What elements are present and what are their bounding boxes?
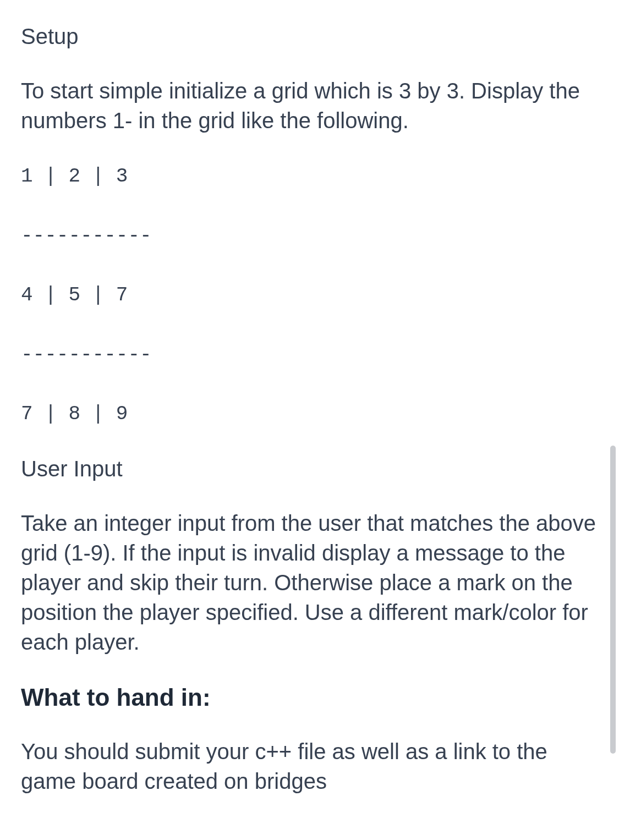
scrollbar-thumb[interactable] xyxy=(610,446,616,754)
handin-body: You should submit your c++ file as well … xyxy=(21,737,598,796)
user-input-heading: User Input xyxy=(21,455,598,482)
handin-heading: What to hand in: xyxy=(21,683,598,712)
user-input-body: Take an integer input from the user that… xyxy=(21,508,598,657)
setup-heading: Setup xyxy=(21,23,598,50)
grid-example: 1 | 2 | 3 ----------- 4 | 5 | 7 --------… xyxy=(21,162,598,429)
setup-body: To start simple initialize a grid which … xyxy=(21,76,598,135)
